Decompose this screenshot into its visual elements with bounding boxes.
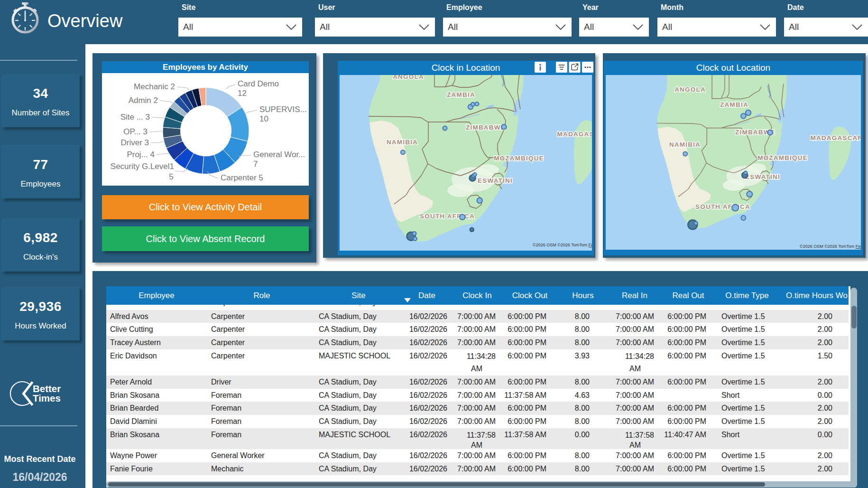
svg-text:SOUTH AFRICA: SOUTH AFRICA [420, 213, 475, 220]
svg-text:©2026 OSM ©2026 TomTom Feedba: ©2026 OSM ©2026 TomTom Feedback [800, 244, 861, 249]
svg-text:10: 10 [259, 114, 268, 123]
svg-text:Carpenter 5: Carpenter 5 [221, 173, 263, 182]
svg-text:12: 12 [238, 89, 247, 98]
svg-text:NAMIBIA: NAMIBIA [669, 141, 701, 148]
svg-text:ESWATINI: ESWATINI [478, 177, 513, 184]
svg-text:Card Demo: Card Demo [238, 79, 279, 88]
svg-text:ANGOLA: ANGOLA [674, 86, 706, 93]
svg-text:MOZAMBIQUE: MOZAMBIQUE [494, 155, 544, 162]
svg-text:©2026 OSM ©2026 TomTom Feedba: ©2026 OSM ©2026 TomTom Feedback [533, 243, 592, 247]
svg-text:ZAMBIA: ZAMBIA [720, 101, 748, 108]
svg-text:SUPERVIS...: SUPERVIS... [259, 105, 307, 114]
svg-text:Security G.Level1: Security G.Level1 [111, 162, 174, 171]
svg-text:ZIMBABWE: ZIMBABWE [466, 124, 506, 131]
svg-text:ESWATINI: ESWATINI [745, 173, 780, 180]
svg-text:Mechanic 2: Mechanic 2 [134, 82, 175, 91]
svg-text:NAMIBIA: NAMIBIA [387, 139, 418, 146]
svg-text:SOUTH AFRICA: SOUTH AFRICA [695, 203, 750, 210]
svg-text:Driver 3: Driver 3 [120, 138, 149, 147]
svg-text:Site ... 3: Site ... 3 [120, 113, 150, 122]
svg-text:Admin 2: Admin 2 [129, 96, 158, 105]
svg-text:General Wor...: General Wor... [253, 150, 305, 159]
svg-text:MOZAMBIQUE: MOZAMBIQUE [757, 154, 808, 161]
svg-text:5: 5 [169, 172, 173, 181]
svg-text:OP... 3: OP... 3 [123, 127, 148, 136]
svg-text:ANGOLA: ANGOLA [393, 75, 424, 80]
svg-text:Times: Times [33, 393, 61, 404]
svg-text:MADAGASCAR: MADAGASCAR [811, 134, 861, 141]
svg-text:ZAMBIA: ZAMBIA [447, 91, 475, 98]
svg-text:MADAGASCAR: MADAGASCAR [557, 131, 592, 138]
svg-text:7: 7 [253, 160, 258, 169]
svg-text:Proj... 4: Proj... 4 [127, 150, 155, 159]
